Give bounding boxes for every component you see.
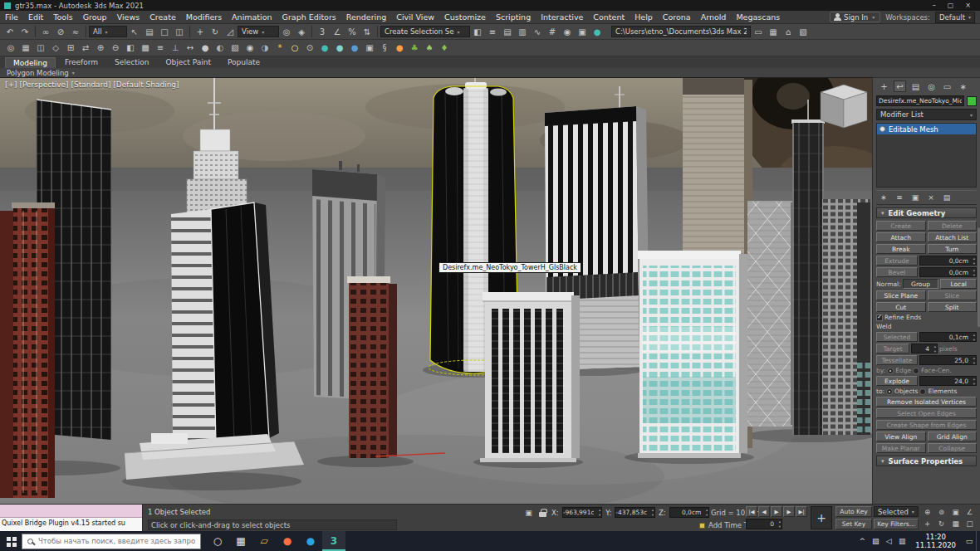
weld-selected-value-field[interactable] bbox=[920, 334, 976, 342]
menu-item[interactable]: File bbox=[0, 12, 23, 22]
start-button[interactable] bbox=[0, 531, 22, 551]
surface-properties-rollout-header[interactable]: ▾ Surface Properties bbox=[876, 456, 977, 466]
onedrive-tray-icon[interactable]: ▧ bbox=[869, 537, 882, 545]
cut-button[interactable]: Cut bbox=[876, 302, 926, 312]
file-explorer-icon[interactable]: ▱ bbox=[252, 531, 276, 551]
x-coordinate-field[interactable] bbox=[563, 508, 602, 517]
reference-coordinate-dropdown[interactable]: View ▾ bbox=[238, 26, 279, 37]
remove-modifier-icon[interactable]: × bbox=[925, 193, 937, 202]
make-planar-button[interactable]: Make Planar bbox=[876, 443, 926, 453]
select-and-move-icon[interactable]: + bbox=[193, 25, 208, 38]
pin-stack-icon[interactable]: ∗ bbox=[878, 193, 889, 202]
break-button[interactable]: Break bbox=[876, 244, 926, 254]
ribbon-tab[interactable]: Modeling bbox=[5, 57, 56, 68]
scene-explorer-icon[interactable]: ▥ bbox=[515, 25, 530, 38]
create-button[interactable]: Create bbox=[876, 221, 926, 231]
uvw-map-icon[interactable]: ▧ bbox=[228, 41, 243, 55]
project-path-field[interactable]: C:\Users\etno_\Documents\3ds Max 2021 bbox=[611, 26, 751, 37]
arnold-render-icon[interactable]: ● bbox=[347, 41, 362, 55]
go-to-start-button[interactable]: |◀ bbox=[746, 506, 757, 517]
extrude-tool-icon[interactable]: ⊞ bbox=[63, 41, 78, 55]
configure-modifier-sets-icon[interactable]: ▤ bbox=[941, 193, 953, 202]
explode-value-field[interactable] bbox=[920, 378, 976, 386]
menu-item[interactable]: Customize bbox=[439, 12, 491, 22]
menu-item[interactable]: Interactive bbox=[536, 12, 588, 22]
ribbon-panel-bar[interactable]: Polygon Modeling ▾ bbox=[0, 68, 980, 78]
explode-button[interactable]: Explode bbox=[876, 376, 918, 386]
key-filters-button[interactable]: Key Filters... bbox=[874, 519, 919, 529]
menu-item[interactable]: Civil View bbox=[391, 12, 439, 22]
volume-tray-icon[interactable]: ◁ bbox=[882, 537, 895, 545]
viewport-scene[interactable] bbox=[0, 78, 872, 504]
extrude-value-field[interactable] bbox=[920, 257, 976, 266]
home-folder-icon[interactable]: ⌂ bbox=[781, 25, 796, 38]
edge-radio[interactable] bbox=[887, 368, 894, 374]
display-tab-icon[interactable]: ▭ bbox=[941, 80, 953, 92]
collapse-button[interactable]: Collapse bbox=[928, 443, 978, 453]
material-editor-icon[interactable]: ● bbox=[198, 41, 213, 55]
bind-to-space-warp-icon[interactable]: ≈ bbox=[68, 25, 83, 38]
menu-item[interactable]: Rendering bbox=[341, 12, 392, 22]
menu-item[interactable]: Animation bbox=[227, 12, 277, 22]
rendered-frame-icon[interactable]: ▣ bbox=[575, 25, 590, 38]
tessellate-button[interactable]: Tessellate bbox=[876, 355, 918, 365]
maximize-viewport-icon[interactable]: ▦ bbox=[948, 518, 963, 529]
weld-target-value-field[interactable] bbox=[912, 345, 937, 354]
minimize-button[interactable]: – bbox=[933, 2, 936, 9]
render-iterative-icon[interactable]: ● bbox=[332, 41, 347, 55]
current-frame-field[interactable] bbox=[747, 519, 782, 529]
z-coordinate-field[interactable] bbox=[670, 508, 709, 517]
building-braced-tower[interactable] bbox=[747, 201, 796, 427]
view-align-button[interactable]: View Align bbox=[876, 432, 926, 441]
hierarchy-tab-icon[interactable]: ▤ bbox=[909, 80, 922, 92]
attach-button[interactable]: Attach bbox=[876, 232, 926, 242]
menu-item[interactable]: Content bbox=[588, 12, 630, 22]
menu-item[interactable]: Views bbox=[112, 12, 145, 22]
use-pivot-point-icon[interactable]: ◎ bbox=[279, 25, 294, 38]
listener-line[interactable]: Quixel Bridge Plugin v4.15 started su bbox=[0, 518, 142, 531]
weld-target-button[interactable]: Target bbox=[876, 344, 909, 354]
turn-button[interactable]: Turn bbox=[928, 244, 978, 254]
ribbon-tab[interactable]: Populate bbox=[220, 57, 267, 68]
material-sphere-icon[interactable]: ◐ bbox=[213, 41, 228, 55]
layer-manager-icon[interactable]: ▤ bbox=[500, 25, 515, 38]
remove-isolated-vertices-button[interactable]: Remove Isolated Vertices bbox=[876, 397, 977, 407]
unlink-selection-icon[interactable]: ⊘ bbox=[53, 25, 68, 38]
rectangular-selection-region-icon[interactable]: □ bbox=[157, 25, 172, 38]
menu-item[interactable]: Group bbox=[78, 12, 112, 22]
redo-icon[interactable]: ↷ bbox=[17, 25, 32, 38]
3dsmax-taskbar-icon[interactable]: 3 bbox=[322, 531, 345, 551]
state-sets-icon[interactable]: ▣ bbox=[362, 41, 377, 55]
schematic-view-icon[interactable]: # bbox=[545, 25, 560, 38]
detach-tool-icon[interactable]: ⊖ bbox=[108, 41, 123, 55]
grid-align-button[interactable]: Grid Align bbox=[928, 432, 978, 441]
y-coordinate-field[interactable] bbox=[615, 508, 654, 517]
align-icon[interactable]: ≡ bbox=[485, 25, 500, 38]
corona-toolbar-icon[interactable]: ● bbox=[392, 41, 407, 55]
snaps-use-axis-center-icon[interactable]: ◎ bbox=[3, 41, 18, 55]
macro-recorder-line[interactable] bbox=[0, 505, 142, 518]
viewport-label[interactable]: [+] [Perspective] [Standard] [Default Sh… bbox=[5, 80, 179, 89]
render-setup-icon[interactable]: ◉ bbox=[243, 41, 257, 55]
menu-item[interactable]: Graph Editors bbox=[277, 12, 341, 22]
chamfer-icon[interactable]: ◇ bbox=[48, 41, 63, 55]
menu-item[interactable]: Edit bbox=[23, 12, 48, 22]
modifier-stack[interactable]: Editable Mesh bbox=[876, 123, 977, 188]
close-button[interactable]: × bbox=[965, 2, 971, 9]
orbit-view-icon[interactable]: ↻ bbox=[934, 518, 948, 529]
taskbar-search[interactable] bbox=[22, 534, 201, 549]
building-red-brick[interactable] bbox=[0, 202, 55, 498]
zoom-region-icon[interactable]: □ bbox=[963, 518, 977, 529]
create-tab-icon[interactable]: + bbox=[878, 80, 890, 92]
select-and-scale-icon[interactable]: ◿ bbox=[223, 25, 238, 38]
motion-tab-icon[interactable]: ◎ bbox=[925, 80, 938, 92]
sign-in-button[interactable]: Sign In ▾ bbox=[830, 12, 880, 22]
menu-item[interactable]: Create bbox=[145, 12, 181, 22]
exposure-control-icon[interactable]: ⊙ bbox=[302, 41, 317, 55]
network-tray-icon[interactable]: ▥ bbox=[895, 537, 909, 545]
building-red-tower[interactable] bbox=[347, 276, 397, 458]
auto-key-button[interactable]: Auto Key bbox=[835, 506, 872, 517]
megascans-bridge-icon[interactable]: ♣ bbox=[407, 41, 422, 55]
show-desktop-button[interactable] bbox=[976, 531, 980, 551]
menu-item[interactable]: Tools bbox=[48, 12, 77, 22]
